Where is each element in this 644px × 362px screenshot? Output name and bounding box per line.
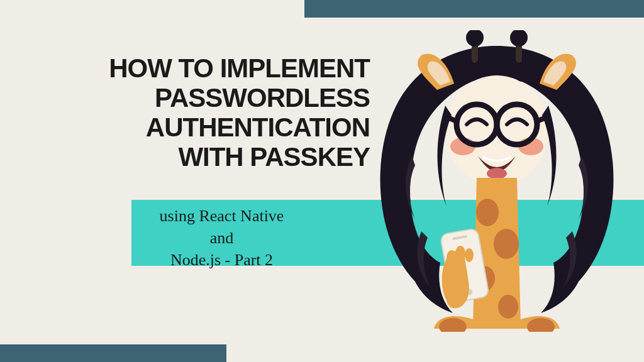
title-line-2: PASSWORDLESS	[68, 83, 370, 112]
svg-point-1	[466, 30, 484, 47]
title-line-1: HOW TO IMPLEMENT	[68, 53, 370, 83]
subtitle-block: using React Native and Node.js - Part 2	[151, 205, 292, 271]
svg-point-11	[494, 229, 519, 259]
svg-point-21	[465, 248, 474, 262]
title-line-4: WITH PASSKEY	[68, 142, 370, 172]
subtitle-line-2: Node.js - Part 2	[151, 249, 292, 271]
title-block: HOW TO IMPLEMENT PASSWORDLESS AUTHENTICA…	[68, 53, 370, 172]
decorative-bar-bottom	[0, 344, 226, 362]
svg-point-19	[447, 250, 457, 265]
svg-point-9	[487, 168, 507, 179]
svg-point-13	[498, 295, 518, 319]
title-line-3: AUTHENTICATION	[68, 112, 370, 142]
svg-point-20	[455, 246, 465, 261]
decorative-bar-top	[304, 0, 644, 18]
svg-point-10	[476, 199, 499, 226]
svg-point-3	[510, 30, 528, 47]
giraffe-mascot-illustration	[377, 30, 616, 332]
subtitle-line-1: using React Native and	[151, 205, 292, 249]
